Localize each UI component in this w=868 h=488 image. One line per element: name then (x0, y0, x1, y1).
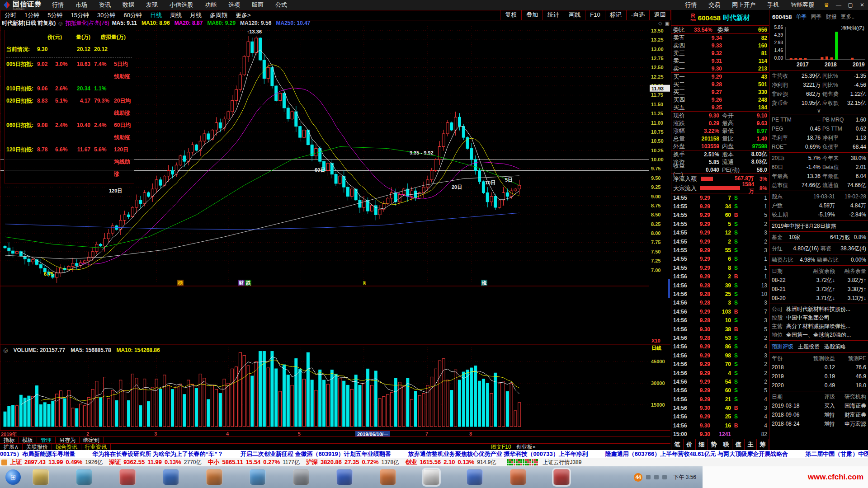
menu-3[interactable]: 数据 (117, 1, 140, 8)
menu-0[interactable]: 行情 (46, 1, 70, 8)
ie-browser-icon[interactable] (76, 469, 92, 485)
tab-另存为[interactable]: 另存为 (56, 437, 80, 444)
menu-right-0[interactable]: 行情 (679, 0, 703, 10)
period-tab-周线[interactable]: 周线 (166, 11, 186, 20)
quote-tab-主[interactable]: 主 (745, 439, 757, 450)
chinext-link[interactable]: 创业板» (516, 444, 536, 450)
opera-icon[interactable] (119, 469, 136, 485)
link-选股策略[interactable]: 选股策略 (824, 343, 846, 351)
tab-综合资讯[interactable]: 综合资讯 (52, 444, 81, 450)
news-item-1[interactable]: 华为将在长春设研究所 为啥华为上了长春的“车”？ (92, 450, 223, 457)
tab-绑定到[interactable]: 绑定到 (80, 437, 104, 444)
toolbar-button-返回[interactable]: 返回 (649, 10, 670, 20)
blue-sphere-app-icon[interactable] (336, 469, 353, 485)
menu-6[interactable]: 功能 (199, 1, 222, 8)
volume-dot-icon[interactable]: ◎ (3, 347, 8, 353)
period-tab-15分钟[interactable]: 15分钟 (66, 11, 93, 20)
quote-tab-势[interactable]: 势 (708, 439, 720, 450)
toolbar-button-统计[interactable]: 统计 (542, 10, 564, 20)
close-button[interactable]: ✕ (856, 0, 868, 10)
period-tab-30分钟[interactable]: 30分钟 (93, 11, 119, 20)
compass-browser-icon[interactable] (163, 469, 179, 485)
blue-drop-app-icon[interactable] (250, 469, 266, 485)
toolbar-button--自选[interactable]: -自选 (626, 10, 649, 20)
bid-row-5[interactable]: 买五9.25184 (671, 103, 769, 111)
gray-app-icon[interactable] (293, 469, 309, 485)
minimize-button[interactable]: — (833, 0, 844, 10)
menu-right-3[interactable]: 手机 (761, 0, 785, 10)
bid-row-1[interactable]: 买一9.2943 (671, 73, 769, 80)
period-tab-日线[interactable]: 日线 (146, 11, 166, 20)
bid-row-2[interactable]: 买二9.28501 (671, 80, 769, 88)
bid-row-3[interactable]: 买三9.27330 (671, 88, 769, 96)
ask-row-3[interactable]: 卖三9.3281 (671, 49, 769, 57)
period-tab-60分钟[interactable]: 60分钟 (119, 11, 146, 20)
index-上证[interactable]: 上证2897.4313.990.49%1926亿 (10, 458, 109, 466)
period-tab-5分钟[interactable]: 5分钟 (43, 11, 66, 20)
ask-row-5[interactable]: 卖五9.3482 (671, 34, 769, 42)
index-深证[interactable]: 深证9362.5511.990.13%2770亿 (109, 458, 208, 466)
news-item-3[interactable]: 放弃通信整机业务聚焦核心优势产业 振华科技（000733）上半年净利 (408, 450, 588, 457)
menu-9[interactable]: 公式 (269, 1, 293, 8)
tab-关联报价[interactable]: 关联报价 (23, 444, 52, 450)
index-中小[interactable]: 中小5865.1115.540.27%1177亿 (208, 458, 307, 466)
f10-link-更多..[interactable]: 更多.. (840, 13, 854, 21)
scrollbar-thumb[interactable] (668, 279, 670, 298)
menu-1[interactable]: 市场 (70, 1, 93, 8)
toolbar-button-F10[interactable]: F10 (585, 10, 604, 20)
news-item-4[interactable]: 隆鑫通用（603766）上半年营收48.61亿元 与两大顶级摩企开展战略合 (605, 450, 788, 457)
menu-right-1[interactable]: 交易 (703, 0, 726, 10)
tab-管理[interactable]: 管理 (37, 437, 56, 444)
firefox-icon[interactable] (510, 469, 526, 485)
period-tab-更多>[interactable]: 更多> (231, 11, 255, 20)
f10-link-单季[interactable]: 单季 (796, 13, 807, 21)
menu-7[interactable]: 选项 (222, 1, 246, 8)
tab-扩展∧[interactable]: 扩展∧ (0, 444, 23, 450)
tab-指标[interactable]: 指标 (0, 437, 19, 444)
quote-tab-笔[interactable]: 笔 (671, 439, 684, 450)
tab-行业资讯[interactable]: 行业资讯 (81, 444, 111, 450)
folder-icon[interactable] (33, 469, 49, 485)
period-tab-分时[interactable]: 分时 (0, 11, 20, 20)
vip-crown-icon[interactable]: ♛ (820, 2, 833, 9)
quote-tab-细[interactable]: 细 (696, 439, 708, 450)
quote-tab-筹[interactable]: 筹 (757, 439, 769, 450)
guosen-app-icon[interactable] (553, 469, 570, 485)
period-tab-多周期[interactable]: 多周期 (206, 11, 231, 20)
bid-row-4[interactable]: 买四9.26248 (671, 96, 769, 103)
thunder-icon[interactable] (467, 469, 483, 485)
index-沪深[interactable]: 沪深3820.8627.350.72%1378亿 (306, 458, 405, 466)
toolbar-button-标记[interactable]: 标记 (605, 10, 626, 20)
notification-badge[interactable]: 44 (634, 473, 642, 482)
expand-arrow[interactable]: ∨ (769, 108, 868, 114)
tab-模板[interactable]: 模板 (19, 437, 37, 444)
toolbar-button-叠加[interactable]: 叠加 (521, 10, 542, 20)
quote-tab-值[interactable]: 值 (732, 439, 745, 450)
toolbar-button-画线[interactable]: 画线 (564, 10, 585, 20)
menu-right-4[interactable]: 智能客服 (785, 0, 820, 10)
ask-row-4[interactable]: 卖四9.33160 (671, 42, 769, 49)
f10-link-同季[interactable]: 同季 (811, 13, 821, 21)
restore-button[interactable]: ▢ (844, 0, 856, 10)
ask-row-1[interactable]: 卖一9.30213 (671, 65, 769, 72)
orange-app-icon[interactable] (206, 469, 222, 485)
grid-icon[interactable]: ▣ (665, 20, 670, 26)
news-item-2[interactable]: 开启二次创业新征程 金徽酒（603919）计划五年业绩翻番 (241, 450, 391, 457)
news-item-5[interactable]: 第二届中国（甘肃）中医药产业博览会开幕 (805, 450, 868, 457)
tray-icon-1[interactable] (646, 475, 651, 479)
period-tab-1分钟[interactable]: 1分钟 (20, 11, 43, 20)
website-url[interactable]: www.cfchi.com (808, 473, 863, 482)
quote-tab-价[interactable]: 价 (684, 439, 696, 450)
toolbar-button-复权[interactable]: 复权 (500, 10, 521, 20)
qq-icon[interactable] (380, 469, 396, 485)
menu-4[interactable]: 发现 (140, 1, 164, 8)
index-创业[interactable]: 创业1615.562.100.13%914.9亿 (405, 458, 502, 466)
ask-row-2[interactable]: 卖二9.31114 (671, 57, 769, 65)
link-主题投资[interactable]: 主题投资 (798, 343, 820, 351)
indicator-name[interactable]: 扣抵量化[占亮(76) (66, 19, 109, 27)
f10-link-财报[interactable]: 财报 (826, 13, 836, 21)
notepad-icon[interactable] (423, 469, 439, 485)
menu-right-2[interactable]: 网上开户 (726, 0, 761, 10)
menu-8[interactable]: 版面 (246, 1, 269, 8)
quote-tab-联[interactable]: 联 (720, 439, 732, 450)
